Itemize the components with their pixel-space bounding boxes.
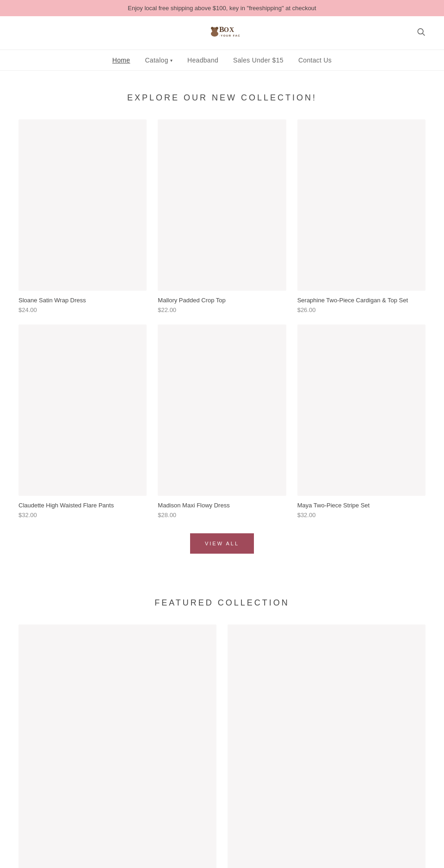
product-price: $32.00 bbox=[18, 512, 147, 518]
svg-point-7 bbox=[418, 29, 423, 34]
nav-contact[interactable]: Contact Us bbox=[298, 56, 332, 64]
product-image bbox=[18, 325, 147, 496]
new-collection-title: EXPLORE OUR NEW COLLECTION! bbox=[18, 93, 426, 103]
product-price: $24.00 bbox=[18, 306, 147, 313]
svg-text:·YOUR FACE·: ·YOUR FACE· bbox=[219, 34, 240, 37]
featured-collection-title: FEATURED COLLECTION bbox=[18, 598, 426, 608]
new-collection-section: EXPLORE OUR NEW COLLECTION! Sloane Satin… bbox=[0, 71, 444, 576]
nav-headband[interactable]: Headband bbox=[187, 56, 218, 64]
product-card[interactable]: Maya Two-Piece Stripe Set $32.00 bbox=[297, 325, 426, 518]
svg-text:OX: OX bbox=[224, 26, 234, 33]
nav-catalog[interactable]: Catalog ▾ bbox=[145, 56, 173, 64]
product-image bbox=[158, 119, 286, 291]
logo-svg: B OX ·YOUR FACE· bbox=[204, 25, 240, 41]
product-card[interactable]: Sloane Satin Wrap Dress $24.00 bbox=[18, 119, 147, 313]
nav-home[interactable]: Home bbox=[112, 56, 130, 64]
product-name: Seraphine Two-Piece Cardigan & Top Set bbox=[297, 296, 426, 305]
product-price: $32.00 bbox=[297, 512, 426, 518]
product-card[interactable]: Mallory Padded Crop Top $22.00 bbox=[158, 119, 286, 313]
svg-point-2 bbox=[216, 27, 218, 30]
featured-grid: H21 - Chic Thin Velvet Headband with Cry… bbox=[18, 624, 426, 868]
announcement-bar: Enjoy local free shipping above $100, ke… bbox=[0, 0, 444, 16]
view-all-button[interactable]: VIEW ALL bbox=[190, 533, 254, 554]
product-name: Sloane Satin Wrap Dress bbox=[18, 296, 147, 305]
featured-card[interactable]: H21 - Chic Thin Velvet Headband with Cry… bbox=[18, 624, 216, 868]
product-price: $26.00 bbox=[297, 306, 426, 313]
product-card[interactable]: Claudette High Waisted Flare Pants $32.0… bbox=[18, 325, 147, 518]
featured-card[interactable]: H19 - Twist Chain Thin Headband $8.00 bbox=[228, 624, 426, 868]
svg-point-3 bbox=[211, 31, 218, 37]
svg-line-8 bbox=[423, 33, 425, 36]
featured-collection-section: FEATURED COLLECTION H21 - Chic Thin Velv… bbox=[0, 576, 444, 868]
product-image bbox=[18, 119, 147, 291]
logo-text: B OX ·YOUR FACE· bbox=[204, 25, 240, 41]
nav-sales[interactable]: Sales Under $15 bbox=[233, 56, 284, 64]
product-name: Claudette High Waisted Flare Pants bbox=[18, 501, 147, 510]
main-nav: Home Catalog ▾ Headband Sales Under $15 … bbox=[0, 50, 444, 71]
featured-image bbox=[228, 624, 426, 868]
product-image bbox=[158, 325, 286, 496]
product-card[interactable]: Madison Maxi Flowy Dress $28.00 bbox=[158, 325, 286, 518]
product-grid: Sloane Satin Wrap Dress $24.00 Mallory P… bbox=[18, 119, 426, 518]
svg-point-1 bbox=[211, 27, 214, 30]
view-all-wrapper: VIEW ALL bbox=[18, 533, 426, 554]
featured-image bbox=[18, 624, 216, 868]
catalog-dropdown-icon: ▾ bbox=[170, 58, 173, 63]
product-price: $28.00 bbox=[158, 512, 286, 518]
product-name: Madison Maxi Flowy Dress bbox=[158, 501, 286, 510]
product-image bbox=[297, 119, 426, 291]
product-name: Mallory Padded Crop Top bbox=[158, 296, 286, 305]
product-price: $22.00 bbox=[158, 306, 286, 313]
product-image bbox=[297, 325, 426, 496]
announcement-text: Enjoy local free shipping above $100, ke… bbox=[128, 5, 316, 12]
product-name: Maya Two-Piece Stripe Set bbox=[297, 501, 426, 510]
site-header: B OX ·YOUR FACE· bbox=[0, 16, 444, 50]
product-card[interactable]: Seraphine Two-Piece Cardigan & Top Set $… bbox=[297, 119, 426, 313]
logo[interactable]: B OX ·YOUR FACE· bbox=[204, 25, 240, 41]
search-button[interactable] bbox=[416, 27, 426, 39]
